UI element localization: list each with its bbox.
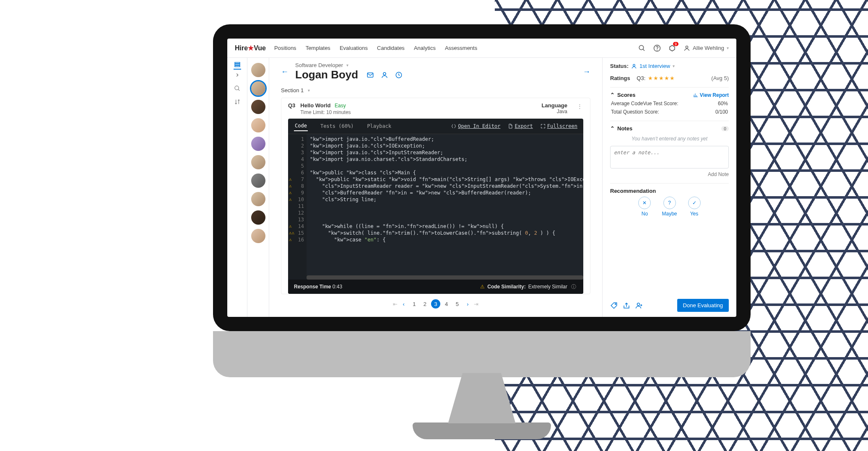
prev-candidate-button[interactable]: ← — [281, 67, 288, 76]
candidate-avatar[interactable] — [251, 174, 265, 188]
svg-point-14 — [615, 303, 616, 304]
pager-first-icon[interactable]: ⇤ — [393, 301, 398, 307]
search-icon[interactable] — [638, 44, 646, 52]
candidate-avatar[interactable] — [251, 137, 265, 151]
editor-actions: Open In Editor Export Fullscreen — [451, 123, 577, 129]
nav-assessments[interactable]: Assessments — [445, 45, 477, 51]
status-selector[interactable]: 1st Interview ▾ — [631, 63, 675, 69]
monitor-bezel: Hire★Vue Positions Templates Evaluations… — [213, 24, 751, 331]
code-area[interactable]: 123456⚠7⚠8⚠9⚠10111213⚠14⚠⚠15⚠16 "kw">imp… — [288, 134, 583, 275]
pager-page-1[interactable]: 1 — [410, 299, 419, 308]
nav-candidates[interactable]: Candidates — [377, 45, 405, 51]
pager-page-4[interactable]: 4 — [442, 299, 451, 308]
info-icon[interactable]: ⓘ — [570, 283, 577, 290]
note-input[interactable] — [610, 146, 729, 168]
tab-tests[interactable]: Tests (60%) — [320, 122, 354, 131]
svg-point-8 — [235, 86, 239, 90]
reco-maybe[interactable]: ?Maybe — [662, 197, 677, 217]
done-evaluating-button[interactable]: Done Evaluating — [677, 299, 729, 312]
reco-no[interactable]: ✕No — [638, 197, 651, 217]
difficulty-badge: Easy — [335, 103, 346, 109]
tag-icon[interactable] — [610, 302, 618, 309]
question-header: Q3 Hello World Easy Time Limit: 10 minut… — [288, 102, 583, 115]
candidate-avatar[interactable] — [251, 155, 265, 169]
brand-star: ★ — [248, 44, 254, 52]
candidate-avatar[interactable] — [251, 210, 265, 225]
fullscreen-link[interactable]: Fullscreen — [541, 123, 577, 129]
rail-list-icon[interactable] — [234, 62, 241, 70]
candidate-avatar[interactable] — [251, 100, 265, 114]
view-report-link[interactable]: View Report — [693, 92, 729, 98]
candidate-avatar[interactable] — [251, 118, 265, 132]
svg-point-3 — [657, 50, 657, 50]
section-selector[interactable]: Section 1 ▾ — [281, 87, 590, 93]
user-menu[interactable]: Allie Wehling ▾ — [683, 45, 729, 52]
notifications-icon[interactable]: 9 — [668, 44, 676, 52]
candidate-avatar[interactable] — [251, 192, 265, 206]
pager-page-3[interactable]: 3 — [431, 299, 440, 308]
rail-search-icon[interactable] — [234, 85, 241, 92]
pager-last-icon[interactable]: ⇥ — [474, 301, 478, 307]
svg-rect-5 — [235, 62, 240, 64]
profile-icon[interactable] — [381, 71, 388, 79]
next-candidate-button[interactable]: → — [583, 67, 590, 76]
notes-title: Notes — [617, 125, 632, 132]
candidate-name: Logan Boyd — [295, 68, 358, 81]
open-in-editor-link[interactable]: Open In Editor — [451, 123, 500, 129]
code-content[interactable]: "kw">import java.io."cls">BufferedReader… — [307, 134, 583, 275]
close-icon: ✕ — [638, 197, 651, 209]
svg-rect-6 — [235, 64, 240, 65]
notes-count: 0 — [721, 126, 729, 131]
rail-sort-icon[interactable] — [234, 98, 241, 106]
chart-icon — [693, 93, 698, 98]
app-screen: Hire★Vue Positions Templates Evaluations… — [227, 39, 736, 317]
pager-next-icon[interactable]: › — [467, 301, 468, 307]
warning-icon: ⚠ — [480, 284, 485, 290]
tab-code[interactable]: Code — [294, 121, 308, 131]
candidate-actions — [366, 71, 403, 79]
position-breadcrumb[interactable]: Software Developer ▾ — [295, 62, 576, 68]
add-user-icon[interactable] — [635, 302, 643, 309]
question-card: Q3 Hello World Easy Time Limit: 10 minut… — [281, 98, 590, 294]
add-note-button[interactable]: Add Note — [610, 171, 729, 177]
reco-yes[interactable]: ✓Yes — [688, 197, 701, 217]
pager-page-2[interactable]: 2 — [420, 299, 429, 308]
scores-panel: ⌃ Scores View Report Average CodeVue Tes… — [610, 87, 729, 115]
user-name: Allie Wehling — [693, 45, 724, 51]
nav-templates[interactable]: Templates — [306, 45, 330, 51]
pager-page-5[interactable]: 5 — [452, 299, 462, 308]
collapse-icon[interactable]: ⌃ — [610, 92, 615, 98]
candidate-avatar-selected[interactable] — [251, 81, 265, 96]
chevron-down-icon: ▾ — [727, 46, 729, 50]
editor-footer: Response Time 0:43 ⚠ Code Similarity: Ex… — [288, 280, 583, 294]
collapse-icon[interactable]: ⌃ — [610, 125, 615, 132]
language-label: Language — [542, 102, 567, 109]
question-title: Hello World — [300, 102, 330, 109]
svg-rect-7 — [235, 66, 240, 67]
question-icon: ? — [663, 197, 676, 209]
brand-logo[interactable]: Hire★Vue — [235, 44, 266, 52]
nav-analytics[interactable]: Analytics — [414, 45, 436, 51]
share-icon[interactable] — [623, 302, 630, 309]
more-icon[interactable]: ⋮ — [576, 102, 583, 110]
scores-title: Scores — [617, 92, 635, 98]
time-limit: Time Limit: 10 minutes — [300, 109, 351, 115]
export-link[interactable]: Export — [508, 123, 533, 129]
email-icon[interactable] — [366, 71, 374, 79]
editor-tabs: Code Tests (60%) Playback Open In Editor… — [288, 119, 583, 134]
pager-prev-icon[interactable]: ‹ — [403, 301, 404, 307]
tab-playback[interactable]: Playback — [366, 122, 392, 131]
star-rating[interactable]: ★★★★★ — [648, 75, 675, 81]
rail-expand-icon[interactable] — [234, 71, 241, 79]
nav-evaluations[interactable]: Evaluations — [340, 45, 368, 51]
candidate-avatar[interactable] — [251, 229, 265, 243]
left-rail — [227, 58, 247, 317]
horizontal-scrollbar[interactable] — [307, 275, 583, 280]
help-icon[interactable] — [653, 44, 661, 52]
ratings-qref: Q3: — [637, 75, 645, 81]
avg-codevue-value: 60% — [718, 101, 728, 106]
history-icon[interactable] — [395, 71, 403, 79]
monitor-chin — [213, 331, 751, 377]
nav-positions[interactable]: Positions — [274, 45, 296, 51]
candidate-avatar[interactable] — [251, 63, 265, 77]
